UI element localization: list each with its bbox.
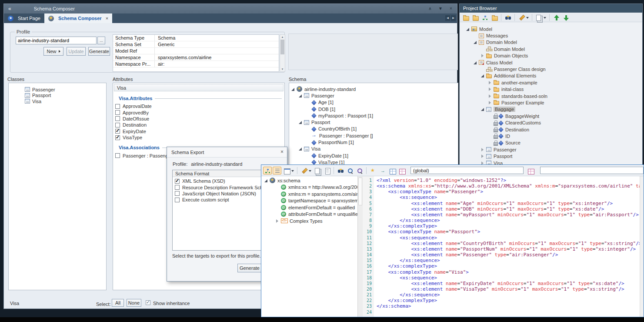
attribute-option-destination[interactable]: Destination: [113, 122, 284, 128]
tab-start-page[interactable]: Start Page: [4, 13, 44, 23]
move-up-icon[interactable]: [552, 13, 561, 21]
attribute-option-approvaldate[interactable]: ApprovalDate: [113, 103, 284, 109]
editor-search-input[interactable]: [540, 167, 644, 174]
new-package-icon[interactable]: [471, 13, 480, 21]
tree-item-model[interactable]: Model: [460, 26, 642, 32]
highlight-grid-icon[interactable]: [397, 167, 406, 174]
update-document-icon[interactable]: [526, 167, 535, 174]
expander-icon[interactable]: [298, 120, 303, 124]
paste-icon[interactable]: [323, 167, 331, 174]
tree-item-messages[interactable]: Messages: [460, 32, 642, 39]
expander-icon[interactable]: [480, 148, 485, 152]
collapse-panel-icon[interactable]: «: [8, 6, 11, 12]
expander-icon[interactable]: [264, 178, 268, 183]
tree-scrollbar[interactable]: [358, 176, 363, 317]
expander-icon[interactable]: [488, 80, 492, 85]
checkbox[interactable]: [115, 123, 120, 127]
expander-icon[interactable]: [480, 154, 485, 158]
expander-icon[interactable]: [298, 147, 303, 151]
tree-item-domain-model[interactable]: Domain Model: [460, 39, 642, 46]
find-in-browser-icon[interactable]: [504, 13, 512, 21]
expander-icon[interactable]: [275, 219, 280, 223]
tree-item-passenger-class-design[interactable]: Passenger Class design: [460, 66, 642, 72]
tree-item-visa[interactable]: Visa: [9, 98, 106, 104]
scrollbar-thumb[interactable]: [280, 40, 284, 54]
tree-item-domain-model[interactable]: Domain Model: [460, 46, 642, 52]
properties-scrollbar[interactable]: ▲ ▼: [280, 34, 285, 72]
duplicate-icon[interactable]: [534, 13, 543, 21]
show-inheritance-checkbox[interactable]: [146, 300, 150, 305]
tree-item-class-model[interactable]: Class Model: [460, 59, 642, 66]
expander-icon[interactable]: [298, 94, 303, 98]
tab-scroll-right-icon[interactable]: ▶: [451, 15, 456, 21]
tree-item-additional-elements[interactable]: Additional Elements: [460, 73, 642, 79]
property-row-namespace[interactable]: Namespacesparxsystems.com/airline: [113, 54, 279, 61]
tree-item-baggageweight[interactable]: BaggageWeight: [460, 113, 642, 119]
close-tab-icon[interactable]: ×: [106, 16, 108, 21]
scroll-down-icon[interactable]: ▼: [280, 67, 285, 71]
tree-item-airline-industry-standard[interactable]: airline-industry-standard: [289, 86, 458, 92]
checkbox[interactable]: [175, 185, 180, 190]
tree-item-clearedcustoms[interactable]: ClearedCustoms: [460, 119, 642, 126]
properties-window-icon[interactable]: [282, 167, 291, 174]
new-profile-button[interactable]: New: [43, 47, 63, 56]
tab-schema-composer[interactable]: Schema Composer ×: [44, 13, 112, 23]
tree-item-passenger[interactable]: Passenger: [289, 92, 458, 99]
tree-item-targetnamespace-sparxsystems-co[interactable]: targetNamespace = sparxsystems.co: [261, 198, 357, 205]
zoom-out-icon[interactable]: [355, 167, 364, 174]
property-row-model-ref[interactable]: Model Ref: [113, 48, 279, 54]
xml-code-view[interactable]: <?xml version="1.0" encoding="windows-12…: [374, 176, 640, 317]
close-window-icon[interactable]: ×: [447, 5, 454, 12]
tree-item-elementformdefault-qualified[interactable]: elementFormDefault = qualified: [261, 204, 357, 211]
new-element-icon[interactable]: [490, 13, 499, 21]
tree-item-dob-1[interactable]: DOB [1]: [289, 106, 458, 112]
copy-icon[interactable]: [313, 167, 322, 174]
property-row-schema-type[interactable]: Schema TypeSchema: [113, 35, 279, 41]
tree-item-domain-objects[interactable]: Domain Objects: [460, 53, 642, 59]
expander-icon[interactable]: [488, 101, 492, 105]
property-row-schema-set[interactable]: Schema SetGeneric: [113, 41, 279, 48]
attribute-option-expirydate[interactable]: ExpiryDate: [113, 128, 284, 134]
tree-item-mypassport-passport-1[interactable]: myPassport : Passport [1]: [289, 112, 458, 119]
scroll-up-icon[interactable]: ▲: [280, 35, 285, 39]
tree-item-id[interactable]: ID: [460, 133, 642, 139]
edit-icon[interactable]: [300, 167, 308, 174]
generate-button[interactable]: Generate: [88, 47, 110, 56]
tree-item-complex-types[interactable]: Complex Types: [261, 218, 357, 225]
expander-icon[interactable]: [488, 94, 492, 98]
pin-window-icon[interactable]: ∧: [427, 5, 434, 12]
checkbox[interactable]: [115, 129, 120, 134]
attribute-option-visatype[interactable]: VisaType: [113, 134, 284, 141]
tree-item-expirydate-1[interactable]: ExpiryDate [1]: [289, 152, 458, 159]
close-dialog-icon[interactable]: ×: [280, 149, 284, 155]
property-row-namespace-pr[interactable]: Namespace Pr...air:: [113, 61, 279, 67]
tree-item-inital-class[interactable]: inital-class: [460, 86, 642, 93]
scope-combobox[interactable]: (global): [410, 167, 524, 174]
select-all-button[interactable]: All: [112, 299, 124, 307]
find-icon[interactable]: [336, 167, 345, 174]
goto-definition-icon[interactable]: [378, 167, 387, 174]
tree-item-xs-schema[interactable]: xs:schema: [261, 177, 357, 184]
new-item-icon[interactable]: [369, 167, 377, 174]
new-model-icon[interactable]: [461, 13, 470, 21]
tree-item-visa[interactable]: Visa: [289, 146, 458, 152]
checkbox[interactable]: [115, 153, 120, 158]
tree-item-baggage[interactable]: Baggage: [460, 106, 642, 113]
expander-icon[interactable]: [473, 40, 477, 44]
expander-icon[interactable]: [480, 54, 485, 58]
expander-icon[interactable]: [291, 87, 295, 91]
checkbox[interactable]: [115, 110, 120, 115]
checkbox[interactable]: [175, 179, 180, 184]
tree-item-passport[interactable]: Passport: [289, 119, 458, 125]
attribute-option-dateofissue[interactable]: DateOfIssue: [113, 116, 284, 122]
tree-item-passenger-passenger[interactable]: Passenger : Passenger []: [289, 132, 458, 139]
tree-item-another-example[interactable]: another-example: [460, 79, 642, 86]
expander-icon[interactable]: [466, 27, 470, 31]
checkbox[interactable]: [175, 191, 180, 196]
tree-item-countryofbirth-1[interactable]: CountryOfBirth [1]: [289, 126, 458, 132]
tree-item-standards-based-soln[interactable]: standards-based-soln: [460, 93, 642, 99]
dialog-generate-button[interactable]: Generate: [237, 264, 262, 272]
code-scrollbar[interactable]: [640, 176, 644, 317]
window-menu-icon[interactable]: ▼: [437, 5, 444, 12]
checkbox[interactable]: [115, 104, 120, 109]
